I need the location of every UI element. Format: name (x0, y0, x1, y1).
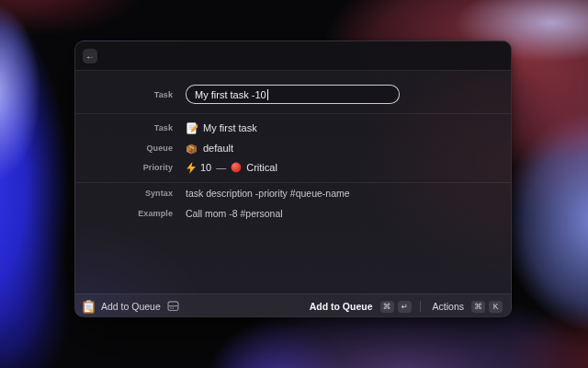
meta-task-label: Task (75, 120, 173, 136)
meta-queue-label: Queue (75, 140, 173, 156)
meta-queue-value-row: default (186, 140, 233, 156)
package-icon (186, 143, 198, 155)
syntax-label: Syntax (75, 187, 173, 200)
divider (75, 182, 511, 183)
action-bar: Add to Queue Add to Queue ⌘ ↵ Actions ⌘ … (75, 293, 511, 317)
desktop-wallpaper: { "window": { "header": { "back_glyph": … (0, 0, 588, 368)
return-key-icon: ↵ (398, 301, 412, 313)
task-input-value: My first task -10 (195, 89, 266, 100)
cmd-key-icon: ⌘ (471, 301, 485, 313)
command-name: Add to Queue (101, 301, 161, 312)
divider (75, 113, 511, 114)
printer-icon[interactable] (167, 301, 179, 312)
priority-level: Critical (246, 162, 277, 173)
text-caret (267, 89, 268, 100)
meta-task-value: My first task (203, 122, 257, 133)
window-header: ← (75, 41, 511, 70)
example-label: Example (75, 207, 173, 220)
clipboard-icon (83, 300, 95, 314)
task-input[interactable]: My first task -10 (186, 85, 400, 104)
syntax-value: task description -priority #queue-name (186, 188, 350, 199)
actions-button[interactable]: Actions (433, 301, 464, 312)
cmd-key-icon: ⌘ (380, 301, 394, 313)
red-circle-icon (231, 162, 242, 173)
divider (75, 70, 511, 71)
example-value: Call mom -8 #personal (186, 208, 283, 219)
meta-queue-value: default (203, 143, 233, 154)
command-info: Add to Queue (83, 300, 179, 314)
footer-separator (420, 301, 421, 312)
arrow-left-icon: ← (85, 52, 95, 61)
meta-priority-value-row: 10 — Critical (186, 159, 277, 176)
raycast-window: ← Task My first task -10 Task My first t… (74, 40, 512, 317)
memo-icon (186, 122, 198, 134)
primary-action-button[interactable]: Add to Queue (310, 301, 373, 312)
priority-dash: — (216, 162, 226, 173)
lightning-bolt-icon (186, 162, 197, 174)
meta-priority-label: Priority (75, 159, 173, 176)
task-field-label: Task (75, 86, 173, 104)
back-button[interactable]: ← (83, 49, 97, 63)
meta-task-value-row: My first task (186, 120, 257, 136)
priority-number: 10 (200, 162, 211, 173)
k-key-icon: K (489, 301, 503, 313)
